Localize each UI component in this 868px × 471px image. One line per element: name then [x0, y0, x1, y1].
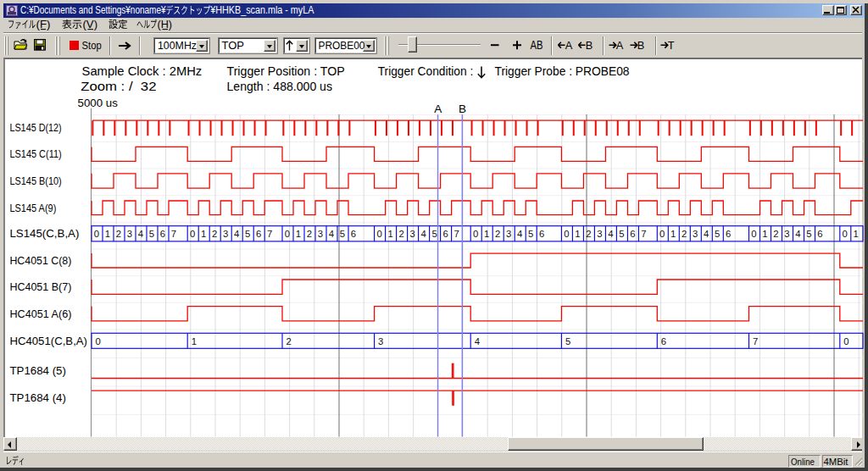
svg-text:AB: AB [531, 39, 543, 52]
svg-text:1: 1 [387, 229, 392, 239]
svg-text:B: B [637, 39, 645, 52]
svg-text:6: 6 [661, 336, 666, 346]
svg-text:4: 4 [329, 229, 334, 239]
svg-text:¥HHKB_scan.mla - myLA: ¥HHKB_scan.mla - myLA [209, 4, 314, 16]
svg-text:LS145 C(11): LS145 C(11) [9, 148, 61, 160]
svg-text:LS145 B(10): LS145 B(10) [9, 175, 61, 187]
svg-text:7: 7 [171, 229, 176, 239]
svg-text:C:¥Documents and Settings¥nona: C:¥Documents and Settings¥noname¥ [20, 4, 166, 16]
svg-text:7: 7 [641, 229, 646, 239]
svg-text:(H): (H) [158, 19, 173, 30]
svg-text:1: 1 [484, 229, 489, 239]
svg-text:(V): (V) [83, 19, 98, 30]
svg-text:HC4051 A(6): HC4051 A(6) [9, 308, 71, 320]
svg-text:3: 3 [597, 229, 602, 239]
svg-text:7: 7 [267, 229, 272, 239]
svg-text:2: 2 [398, 229, 403, 239]
svg-text:(F): (F) [36, 19, 51, 30]
svg-text:TOP: TOP [222, 40, 245, 52]
svg-text:7: 7 [753, 336, 758, 346]
svg-text:Zoom : / 32: Zoom : / 32 [81, 80, 156, 93]
svg-text:100MHz: 100MHz [158, 40, 197, 52]
svg-text:LS145(C,B,A): LS145(C,B,A) [9, 228, 79, 240]
svg-text:6: 6 [726, 229, 731, 239]
svg-text:A: A [565, 39, 573, 52]
svg-text:2: 2 [495, 229, 500, 239]
svg-text:0: 0 [94, 229, 99, 239]
svg-text:2: 2 [586, 229, 591, 239]
svg-text:LS145 D(12): LS145 D(12) [9, 122, 61, 134]
svg-text:7: 7 [453, 229, 459, 239]
svg-text:1: 1 [575, 229, 580, 239]
svg-text:TP1684 (5): TP1684 (5) [9, 365, 66, 377]
svg-text:Length : 488.000 us: Length : 488.000 us [227, 80, 333, 93]
svg-text:6: 6 [539, 229, 544, 239]
svg-text:2: 2 [307, 229, 312, 239]
svg-text:1: 1 [670, 229, 676, 239]
svg-text:6: 6 [630, 229, 635, 239]
svg-text:0: 0 [659, 229, 665, 239]
svg-text:3: 3 [409, 229, 415, 239]
svg-text:2: 2 [287, 336, 292, 346]
svg-text:5: 5 [715, 229, 720, 239]
svg-text:4: 4 [608, 229, 613, 239]
svg-text:HC4051 B(7): HC4051 B(7) [9, 281, 71, 293]
svg-text:3: 3 [506, 229, 511, 239]
svg-text:4: 4 [420, 229, 426, 239]
svg-text:6: 6 [351, 229, 356, 239]
svg-text:HC4051(C,B,A): HC4051(C,B,A) [9, 335, 87, 347]
svg-text:LS145 A(9): LS145 A(9) [9, 202, 56, 214]
svg-text:3: 3 [378, 336, 383, 346]
svg-text:Trigger Position : TOP: Trigger Position : TOP [227, 65, 345, 78]
svg-text:0: 0 [564, 229, 569, 239]
svg-text:4: 4 [795, 229, 800, 239]
svg-text:4: 4 [704, 229, 709, 239]
svg-text:A: A [434, 103, 442, 115]
svg-text:3: 3 [223, 229, 228, 239]
svg-text:0: 0 [751, 229, 756, 239]
svg-text:B: B [459, 103, 466, 115]
svg-text:0: 0 [285, 229, 290, 239]
svg-text:3: 3 [784, 229, 789, 239]
svg-text:0: 0 [843, 229, 848, 239]
svg-text:1: 1 [296, 229, 301, 239]
svg-text:5: 5 [619, 229, 624, 239]
svg-text:0: 0 [376, 229, 381, 239]
svg-text:0: 0 [96, 336, 101, 346]
svg-text:4: 4 [517, 229, 522, 239]
svg-text:4: 4 [234, 229, 239, 239]
svg-text:TP1684 (4): TP1684 (4) [9, 392, 66, 404]
svg-text:5: 5 [340, 229, 345, 239]
svg-text:1: 1 [201, 229, 206, 239]
svg-text:4: 4 [475, 336, 480, 346]
svg-text:2: 2 [773, 229, 778, 239]
svg-text:1: 1 [854, 229, 859, 239]
svg-text:Trigger Probe : PROBE08: Trigger Probe : PROBE08 [495, 65, 630, 78]
svg-text:Stop: Stop [82, 39, 102, 52]
svg-text:Online: Online [791, 456, 815, 468]
svg-text:5: 5 [565, 336, 570, 346]
svg-text:A: A [616, 39, 624, 52]
svg-text:4MBit: 4MBit [824, 456, 849, 468]
svg-text:2: 2 [116, 229, 121, 239]
svg-text:4: 4 [138, 229, 143, 239]
svg-text:0: 0 [190, 229, 195, 239]
svg-text:3: 3 [127, 229, 132, 239]
svg-text:3: 3 [318, 229, 323, 239]
svg-text:5: 5 [149, 229, 154, 239]
svg-text:1: 1 [762, 229, 767, 239]
svg-text:T: T [668, 39, 675, 52]
svg-text:0: 0 [843, 336, 849, 346]
svg-text:6: 6 [160, 229, 165, 239]
svg-text:5: 5 [806, 229, 811, 239]
svg-text:2: 2 [682, 229, 687, 239]
svg-text:Sample Clock : 2MHz: Sample Clock : 2MHz [82, 65, 203, 78]
svg-text:PROBE00: PROBE00 [319, 40, 365, 52]
svg-text:5000 us: 5000 us [78, 97, 119, 109]
svg-text:1: 1 [192, 336, 197, 346]
svg-text:Trigger Condition :: Trigger Condition : [378, 65, 474, 78]
svg-text:2: 2 [212, 229, 217, 239]
svg-text:6: 6 [256, 229, 261, 239]
svg-text:5: 5 [245, 229, 250, 239]
svg-text:HC4051 C(8): HC4051 C(8) [9, 255, 71, 267]
